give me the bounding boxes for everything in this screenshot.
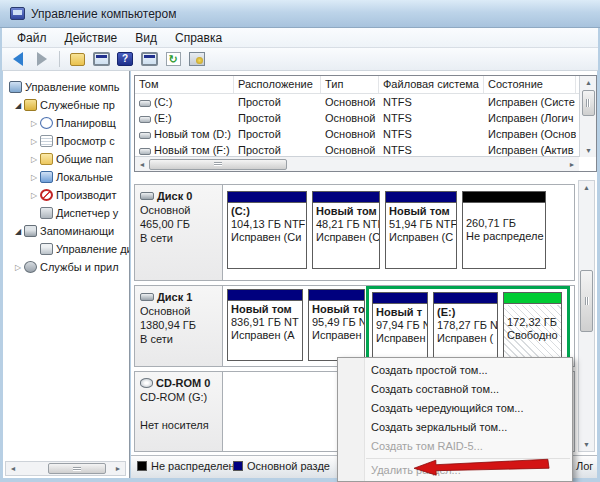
scrollbar-thumb[interactable] <box>149 159 287 170</box>
diskview-vertical-scrollbar[interactable]: ▲ ▼ <box>578 180 595 452</box>
scroll-left-icon[interactable]: ◄ <box>135 158 149 171</box>
tree-item-shared-folders[interactable]: Общие пап <box>3 150 129 168</box>
drive-icon <box>139 148 151 155</box>
extended-partition-frame: Новый т 97,94 ГБ N Исправен (E:) 178,27 … <box>366 286 570 366</box>
users-icon <box>40 171 53 183</box>
disk1-label-panel[interactable]: Диск 1 Основной 1380,94 ГБ В сети <box>135 286 223 366</box>
free-space[interactable]: 172,32 ГБ Свободно <box>503 292 562 358</box>
partition-new-volume-2[interactable]: Новый том 51,94 ГБ NTF Исправен (С <box>385 191 457 269</box>
tree-horizontal-scrollbar[interactable]: ◄ ► <box>5 461 126 476</box>
collapsed-triangle-icon[interactable] <box>28 119 40 128</box>
scrollbar-thumb[interactable] <box>580 270 593 332</box>
menu-item-new-spanned-volume[interactable]: Создать составной том... <box>338 380 572 399</box>
table-row[interactable]: (C:) Простой Основной NTFS Исправен (Сис… <box>135 94 596 110</box>
partition-new-volume-1[interactable]: Новый том 48,21 ГБ NTF Исправен (С <box>312 191 380 269</box>
cdrom-label-panel[interactable]: CD-ROM 0 CD-ROM (G:) Нет носителя <box>135 372 223 451</box>
unallocated-space[interactable]: 260,71 ГБ Не распределе <box>462 191 546 269</box>
scrollbar-thumb[interactable] <box>582 90 595 116</box>
menu-item-new-striped-volume[interactable]: Создать чередующийся том... <box>338 399 572 418</box>
help-icon[interactable] <box>115 50 135 68</box>
collapsed-triangle-icon[interactable] <box>28 155 40 164</box>
storage-icon <box>24 225 37 237</box>
table-header-row: Том Расположение Тип Файловая система Со… <box>135 76 596 94</box>
console-window-icon[interactable] <box>91 50 111 68</box>
partition-new-volume-4[interactable]: Новый то 95,49 ГБ N Исправен <box>308 289 365 361</box>
scroll-right-icon[interactable]: ► <box>565 158 579 171</box>
clock-icon <box>40 117 53 129</box>
table-row[interactable]: Новый том (D:) Простой Основной NTFS Исп… <box>135 126 596 142</box>
partition-new-volume-3[interactable]: Новый том 836,91 ГБ NT Исправен (А <box>227 289 303 361</box>
table-row[interactable]: (E:) Простой Основной NTFS Исправен (Лог… <box>135 110 596 126</box>
disk1-partitions: Новый том 836,91 ГБ NT Исправен (А Новый… <box>223 286 574 366</box>
primary-partition-bar <box>313 192 379 203</box>
tree-item-event-viewer[interactable]: Просмотр с <box>3 132 129 150</box>
disk0-row: Диск 0 Основной 465,00 ГБ В сети (C:) 10… <box>134 184 575 281</box>
volumes-table: Том Расположение Тип Файловая система Со… <box>134 75 597 172</box>
partition-c[interactable]: (C:) 104,13 ГБ NTF Исправен (Си <box>227 191 307 269</box>
red-annotation-arrow <box>413 456 551 477</box>
computer-management-window: Управление компьютером Файл Действие Вид… <box>0 0 600 482</box>
tree-item-system-tools[interactable]: Служебные пр <box>3 96 129 114</box>
scroll-left-icon[interactable]: ◄ <box>6 462 20 475</box>
tree-item-device-manager[interactable]: Диспетчер у <box>3 204 129 222</box>
column-header-filesystem[interactable]: Файловая система <box>379 76 484 93</box>
column-header-type[interactable]: Тип <box>321 76 379 93</box>
disk0-label-panel[interactable]: Диск 0 Основной 465,00 ГБ В сети <box>135 185 223 280</box>
partition-e[interactable]: (E:) 178,27 ГБ N Исправен ( <box>433 292 498 358</box>
back-icon[interactable] <box>8 50 28 68</box>
collapsed-triangle-icon[interactable] <box>28 173 40 182</box>
primary-partition-bar <box>434 293 497 304</box>
forward-icon[interactable] <box>32 50 52 68</box>
collapsed-triangle-icon[interactable] <box>28 191 40 200</box>
tree-item-storage[interactable]: Запоминающи <box>3 222 129 240</box>
expanded-triangle-icon[interactable] <box>12 227 24 236</box>
primary-partition-bar <box>228 192 306 203</box>
tree-item-performance[interactable]: Производит <box>3 186 129 204</box>
scroll-right-icon[interactable]: ► <box>111 462 125 475</box>
export-list-icon[interactable] <box>67 50 87 68</box>
performance-icon <box>40 189 53 201</box>
scrollbar-thumb[interactable] <box>48 463 106 474</box>
tree-item-task-scheduler[interactable]: Планировщ <box>3 114 129 132</box>
sidebar-tree: Управление компь Служебные пр Планировщ … <box>3 71 130 478</box>
menu-file[interactable]: Файл <box>8 29 56 47</box>
partition-new-volume-5[interactable]: Новый т 97,94 ГБ N Исправен <box>372 292 428 358</box>
scroll-up-icon[interactable]: ▲ <box>580 76 597 89</box>
drive-icon <box>139 132 151 139</box>
disk-properties-icon[interactable] <box>187 50 207 68</box>
legend-unallocated: Не распределен <box>137 460 235 472</box>
scroll-up-icon[interactable]: ▲ <box>579 181 594 194</box>
cdrom-icon <box>140 378 153 388</box>
legend-color-swatch <box>137 461 147 471</box>
scroll-down-icon[interactable]: ▼ <box>580 144 597 157</box>
tree-item-computer-management[interactable]: Управление компь <box>3 78 129 96</box>
menu-bar: Файл Действие Вид Справка <box>2 28 598 48</box>
primary-partition-bar <box>228 290 302 301</box>
collapsed-triangle-icon[interactable] <box>28 137 40 146</box>
tree-item-local-users[interactable]: Локальные <box>3 168 129 186</box>
column-header-layout[interactable]: Расположение <box>234 76 321 93</box>
window-title: Управление компьютером <box>31 7 176 21</box>
title-bar[interactable]: Управление компьютером <box>0 0 600 28</box>
table-vertical-scrollbar[interactable]: ▲ ▼ <box>579 76 596 157</box>
column-header-status[interactable]: Состояние <box>484 76 576 93</box>
disk-management-icon <box>40 243 53 255</box>
tree-item-services-apps[interactable]: Службы и прил <box>3 258 129 276</box>
menu-help[interactable]: Справка <box>166 29 231 47</box>
drive-icon <box>139 100 151 107</box>
table-horizontal-scrollbar[interactable]: ◄ ► <box>135 156 579 171</box>
collapsed-triangle-icon[interactable] <box>12 263 24 272</box>
menu-view[interactable]: Вид <box>126 29 166 47</box>
scroll-down-icon[interactable]: ▼ <box>579 438 594 451</box>
menu-item-new-simple-volume[interactable]: Создать простой том... <box>338 361 572 380</box>
column-header-volume[interactable]: Том <box>135 76 234 93</box>
computer-icon <box>9 81 22 93</box>
refresh-icon[interactable] <box>163 50 183 68</box>
tree-item-disk-management[interactable]: Управление ди <box>3 240 129 258</box>
expanded-triangle-icon[interactable] <box>12 101 24 110</box>
shared-folder-icon <box>40 153 53 165</box>
primary-partition-bar <box>373 293 427 304</box>
menu-item-new-mirrored-volume[interactable]: Создать зеркальный том... <box>338 418 572 437</box>
show-window-icon[interactable] <box>139 50 159 68</box>
menu-action[interactable]: Действие <box>56 29 127 47</box>
